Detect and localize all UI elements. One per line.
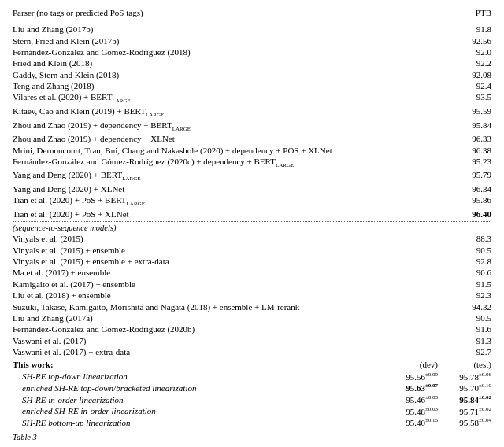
parser-cell: Yang and Deng (2020) + XLNet <box>13 184 460 194</box>
table-caption: Table 3 <box>13 433 491 441</box>
parser-column-header: Parser (no tags or predicted PoS tags) <box>13 8 143 17</box>
parser-cell: Zhou and Zhao (2019) + dependency + XLNe… <box>13 134 460 143</box>
parser-cell: Liu and Zhang (2017b) <box>13 24 460 34</box>
parser-cell: Vinyals et al. (2015) <box>13 234 460 243</box>
parser-cell: Vilares et al. (2020) + BERTLARGE <box>13 92 460 104</box>
score-cell: 95.23 <box>460 157 491 166</box>
table-row: Kitaev, Cao and Klein (2019) + BERTLARGE… <box>13 105 491 120</box>
parser-cell: Fernández-González and Gómez-Rodríguez (… <box>13 47 460 57</box>
scores-pair: 95.48±0.0395.71±0.02 <box>381 406 491 416</box>
score-cell: 91.3 <box>460 336 491 345</box>
score-cell: 95.84 <box>460 120 491 130</box>
this-work-sub-row: SH-RE bottom-up linearization95.40±0.159… <box>13 416 491 428</box>
table-row: Tian et al. (2020) + PoS + BERTLARGE95.8… <box>13 194 491 209</box>
table-row: Vilares et al. (2020) + BERTLARGE93.5 <box>13 91 491 105</box>
score-cell: 92.3 <box>460 290 491 300</box>
parser-cell: Kitaev, Cao and Klein (2019) + BERTLARGE <box>13 106 460 118</box>
table-row: Fernández-González and Gómez-Rodríguez (… <box>13 323 491 334</box>
parser-cell: Kamigaito et al. (2017) + ensemble <box>13 279 460 289</box>
table-row: Fernández-González and Gómez-Rodríguez (… <box>13 156 491 170</box>
table-row: Teng and Zhang (2018)92.4 <box>13 80 491 91</box>
parser-cell: Teng and Zhang (2018) <box>13 81 460 91</box>
dev-score-cell: 95.48±0.03 <box>391 406 438 416</box>
score-cell: 93.5 <box>460 92 491 102</box>
parser-cell: Vaswani et al. (2017) <box>13 336 460 345</box>
this-work-sub-row: enriched SH-RE top-down/bracketed linear… <box>13 382 491 393</box>
test-score-cell: 95.78±0.06 <box>444 371 491 382</box>
table-row: Yang and Deng (2020) + BERTLARGE95.79 <box>13 169 491 183</box>
table-row: Vinyals et al. (2015) + ensemble90.5 <box>13 245 491 256</box>
table-row: Gaddy, Stern and Klein (2018)92.08 <box>13 69 491 80</box>
table-row: Zhou and Zhao (2019) + dependency + BERT… <box>13 119 491 133</box>
parser-cell: enriched SH-RE in-order linearization <box>22 406 381 416</box>
dev-score-cell: 95.40±0.15 <box>391 417 438 427</box>
parser-cell: Vinyals et al. (2015) + ensemble + extra… <box>13 257 460 266</box>
parser-cell: SH-RE in-order linearization <box>22 395 381 405</box>
score-cell: 91.8 <box>460 24 491 34</box>
table-row: Kamigaito et al. (2017) + ensemble91.5 <box>13 279 491 290</box>
this-work-label: This work: <box>13 360 381 369</box>
main-rows: Liu and Zhang (2017b)91.8Stern, Fried an… <box>13 24 491 220</box>
score-cell: 90.6 <box>460 268 491 277</box>
score-cell: 91.6 <box>460 324 491 334</box>
score-cell: 92.7 <box>460 347 491 356</box>
table-row: Stern, Fried and Klein (2017b)92.56 <box>13 35 491 46</box>
parser-cell: Vaswani et al. (2017) + extra-data <box>13 347 460 356</box>
parser-cell: Stern, Fried and Klein (2017b) <box>13 36 460 46</box>
parser-cell: Vinyals et al. (2015) + ensemble <box>13 246 460 255</box>
score-cell: 96.33 <box>460 134 491 143</box>
parser-cell: Zhou and Zhao (2019) + dependency + BERT… <box>13 120 460 132</box>
score-cell: 96.40 <box>460 209 491 219</box>
score-cell: 92.56 <box>460 36 491 46</box>
this-work-sub-row: SH-RE top-down linearization95.56±0.0995… <box>13 371 491 382</box>
ptb-column-header: PTB <box>476 8 491 17</box>
table-row: Suzuki, Takase, Kamigaito, Morishita and… <box>13 301 491 312</box>
table-row: Tian et al. (2020) + PoS + XLNet96.40 <box>13 209 491 220</box>
parser-cell: Yang and Deng (2020) + BERTLARGE <box>13 170 460 182</box>
score-cell: 96.34 <box>460 184 491 194</box>
parser-cell: SH-RE top-down linearization <box>22 371 381 381</box>
this-work-header-row: This work:(dev)(test) <box>13 359 491 370</box>
parser-cell: Fried and Klein (2018) <box>13 58 460 68</box>
this-work-sub-row: SH-RE in-order linearization95.46±0.0395… <box>13 393 491 405</box>
table-row: Liu and Zhang (2017b)91.8 <box>13 24 491 35</box>
this-work-sub-row: enriched SH-RE in-order linearization95.… <box>13 405 491 417</box>
score-cell: 90.5 <box>460 246 491 255</box>
score-cell: 88.3 <box>460 234 491 243</box>
table-row: Fernández-González and Gómez-Rodríguez (… <box>13 46 491 57</box>
table-row: Ma et al. (2017) + ensemble90.6 <box>13 267 491 278</box>
score-cell: 94.32 <box>460 302 491 312</box>
parser-cell: Gaddy, Stern and Klein (2018) <box>13 70 460 79</box>
test-score-cell: 95.70±0.10 <box>444 382 491 393</box>
score-cell: 92.0 <box>460 47 491 57</box>
scores-pair: 95.56±0.0995.78±0.06 <box>381 371 491 382</box>
parser-cell: enriched SH-RE top-down/bracketed linear… <box>22 383 381 393</box>
parser-cell: Ma et al. (2017) + ensemble <box>13 268 460 277</box>
table-row: Vaswani et al. (2017)91.3 <box>13 335 491 346</box>
table-row: Liu et al. (2018) + ensemble92.3 <box>13 290 491 301</box>
dev-score-cell: 95.63±0.07 <box>391 382 438 393</box>
score-cell: 92.2 <box>460 58 491 68</box>
parser-cell: Liu and Zhang (2017a) <box>13 313 460 323</box>
test-score-cell: 95.58±0.04 <box>444 417 491 427</box>
score-cell: 95.86 <box>460 195 491 205</box>
score-cell: 91.5 <box>460 279 491 289</box>
score-cell: 95.59 <box>460 106 491 116</box>
test-score-cell: 95.71±0.02 <box>444 406 491 416</box>
table-row: Vinyals et al. (2015)88.3 <box>13 233 491 244</box>
parser-cell: Liu et al. (2018) + ensemble <box>13 290 460 300</box>
scores-pair: 95.40±0.1595.58±0.04 <box>381 417 491 427</box>
scores-pair: 95.63±0.0795.70±0.10 <box>381 382 491 393</box>
seq-rows: Vinyals et al. (2015)88.3Vinyals et al. … <box>13 233 491 357</box>
table-row: Vinyals et al. (2015) + ensemble + extra… <box>13 256 491 267</box>
parser-cell: Suzuki, Takase, Kamigaito, Morishita and… <box>13 302 460 312</box>
parser-cell: SH-RE bottom-up linearization <box>22 418 381 427</box>
parser-cell: Tian et al. (2020) + PoS + BERTLARGE <box>13 195 460 207</box>
parser-cell: Fernández-González and Gómez-Rodríguez (… <box>13 157 460 168</box>
dev-column-header: (dev) <box>391 360 438 369</box>
table-row: Mrini, Dernoncourt, Tran, Bui, Chang and… <box>13 144 491 155</box>
table-row: Yang and Deng (2020) + XLNet96.34 <box>13 183 491 194</box>
this-work-score-headers: (dev)(test) <box>381 360 491 369</box>
section-label: (sequence-to-sequence models) <box>13 221 491 232</box>
score-cell: 92.08 <box>460 70 491 79</box>
